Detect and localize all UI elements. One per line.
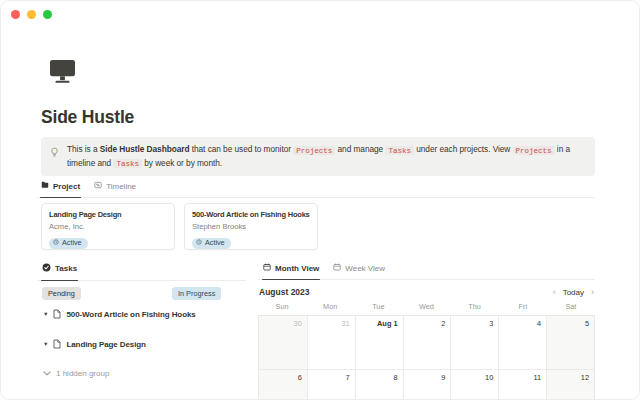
project-card-title: 500-Word Article on Fishing Hooks xyxy=(192,210,310,220)
clock-icon xyxy=(53,239,59,247)
close-window-button[interactable] xyxy=(11,10,20,19)
page-icon xyxy=(53,305,61,323)
calendar-cell[interactable]: 11 xyxy=(498,369,546,400)
calendar-grid: 3031Aug 123456789101112 xyxy=(258,315,595,400)
task-row-label: Landing Page Design xyxy=(66,340,145,349)
tab-label: Week View xyxy=(345,264,385,273)
task-group-pill[interactable]: Pending xyxy=(42,287,81,300)
calendar-icon xyxy=(263,263,271,273)
calendar-month-label: August 2023 xyxy=(259,287,310,297)
task-rows: ▼500-Word Article on Fishing Hooks▼Landi… xyxy=(37,309,246,349)
tasks-tabs: Tasks xyxy=(37,261,246,281)
project-card[interactable]: 500-Word Article on Fishing HooksStephen… xyxy=(184,203,318,250)
calendar-cell[interactable]: 2 xyxy=(403,316,451,369)
calendar-date-label: 11 xyxy=(499,370,546,382)
status-badge: Active xyxy=(49,238,88,249)
calendar-day-header: Sun xyxy=(258,302,306,311)
calendar-cell[interactable]: 6 xyxy=(259,369,307,400)
tasks-column: Tasks PendingIn Progress ▼500-Word Artic… xyxy=(37,261,246,400)
calendar-cell[interactable]: 12 xyxy=(546,369,594,400)
hidden-group-toggle[interactable]: 1 hidden group xyxy=(37,369,246,378)
callout-segment: Tasks xyxy=(113,159,142,168)
calendar-day-header: Wed xyxy=(402,302,450,311)
task-group-pill[interactable]: In Progress xyxy=(172,287,221,300)
calendar-nav: ‹ Today › xyxy=(553,287,594,297)
project-cards: Landing Page DesignAcme, Inc.Active500-W… xyxy=(41,203,595,250)
calendar-cell[interactable]: 7 xyxy=(307,369,355,400)
task-row[interactable]: ▼Landing Page Design xyxy=(37,339,246,349)
hidden-group-label: 1 hidden group xyxy=(56,369,109,378)
calendar-date-label: 5 xyxy=(547,316,594,328)
calendar-day-header: Fri xyxy=(499,302,547,311)
clock-icon xyxy=(196,239,202,247)
tab-label: Project xyxy=(53,182,80,191)
tab-week-view[interactable]: Week View xyxy=(328,261,390,279)
callout-text: This is a Side Hustle Dashboard that can… xyxy=(67,143,585,170)
check-circle-icon xyxy=(42,263,51,274)
callout-segment: Tasks xyxy=(385,146,414,155)
toggle-triangle-icon[interactable]: ▼ xyxy=(43,339,48,349)
callout: This is a Side Hustle Dashboard that can… xyxy=(41,137,595,176)
minimize-window-button[interactable] xyxy=(27,10,36,19)
project-view-tabs: Project Timeline xyxy=(36,179,595,198)
notion-page: Side Hustle This is a Side Hustle Dashbo… xyxy=(1,1,639,400)
tab-timeline[interactable]: Timeline xyxy=(89,179,141,197)
calendar-header: August 2023 ‹ Today › xyxy=(258,287,595,297)
calendar-cell[interactable]: 9 xyxy=(403,369,451,400)
calendar-date-label: 30 xyxy=(259,316,307,328)
callout-segment: by week or by month. xyxy=(142,158,222,168)
folder-icon xyxy=(41,181,49,191)
task-row-label: 500-Word Article on Fishing Hooks xyxy=(66,310,195,319)
page-title: Side Hustle xyxy=(41,106,595,128)
tab-label: Timeline xyxy=(106,182,136,191)
light-bulb-icon xyxy=(50,144,59,162)
calendar-day-header: Tue xyxy=(354,302,402,311)
calendar-cell[interactable]: 10 xyxy=(450,369,498,400)
calendar-cell[interactable]: 5 xyxy=(546,316,594,369)
calendar-cell[interactable]: 30 xyxy=(259,316,307,369)
callout-segment: and manage xyxy=(335,144,385,154)
timeline-icon xyxy=(94,181,102,191)
callout-segment: Projects xyxy=(293,146,335,155)
project-card-subtitle: Acme, Inc. xyxy=(49,222,167,231)
calendar-date-label: 6 xyxy=(259,370,307,382)
calendar-cell[interactable]: 31 xyxy=(307,316,355,369)
calendar-date-label: 3 xyxy=(451,316,498,328)
app-window: Side Hustle This is a Side Hustle Dashbo… xyxy=(0,0,640,400)
calendar-icon xyxy=(333,263,341,273)
calendar-view-tabs: Month View Week View xyxy=(258,261,595,280)
callout-segment: Projects xyxy=(513,146,555,155)
calendar-date-label: 31 xyxy=(308,316,355,328)
desktop-computer-icon[interactable] xyxy=(49,59,595,84)
calendar-column: Month View Week View xyxy=(258,261,595,400)
zoom-window-button[interactable] xyxy=(43,10,52,19)
calendar-date-label: 2 xyxy=(404,316,451,328)
status-badge-label: Active xyxy=(205,239,225,247)
tab-month-view[interactable]: Month View xyxy=(258,261,324,279)
calendar-cell[interactable]: Aug 1 xyxy=(355,316,403,369)
status-badge: Active xyxy=(192,238,231,249)
calendar-day-header: Thu xyxy=(451,302,499,311)
calendar-today-button[interactable]: Today xyxy=(563,288,584,297)
tab-tasks[interactable]: Tasks xyxy=(37,261,82,280)
two-column-section: Tasks PendingIn Progress ▼500-Word Artic… xyxy=(37,261,595,400)
calendar-cell[interactable]: 8 xyxy=(355,369,403,400)
project-card[interactable]: Landing Page DesignAcme, Inc.Active xyxy=(41,203,175,250)
callout-segment: Side Hustle Dashboard xyxy=(100,144,190,154)
calendar-day-headers: SunMonTueWedThuFriSat xyxy=(258,302,595,315)
callout-segment: that can be used to monitor xyxy=(189,144,293,154)
calendar-cell[interactable]: 3 xyxy=(450,316,498,369)
page-icon xyxy=(53,335,61,353)
toggle-triangle-icon[interactable]: ▼ xyxy=(43,309,48,319)
tab-label: Month View xyxy=(275,264,319,273)
calendar-prev-button[interactable]: ‹ xyxy=(553,287,556,297)
project-card-title: Landing Page Design xyxy=(49,210,167,220)
calendar-cell[interactable]: 4 xyxy=(498,316,546,369)
calendar-date-label: 8 xyxy=(356,370,403,382)
calendar-day-header: Sat xyxy=(547,302,595,311)
tab-project[interactable]: Project xyxy=(36,179,85,197)
tab-label: Tasks xyxy=(55,264,77,273)
calendar-next-button[interactable]: › xyxy=(591,287,594,297)
callout-segment: This is a xyxy=(67,144,100,154)
task-row[interactable]: ▼500-Word Article on Fishing Hooks xyxy=(37,309,246,319)
